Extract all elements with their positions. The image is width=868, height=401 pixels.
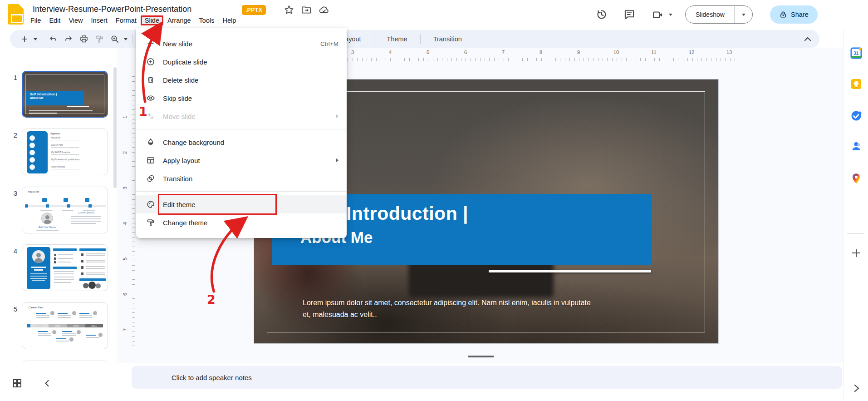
menu-divider	[136, 191, 347, 192]
menu-item-delete-slide[interactable]: Delete slide	[136, 71, 347, 89]
cloud-status-icon[interactable]	[319, 5, 329, 15]
slide-title-line1: Self Introduction |	[300, 203, 652, 224]
slide-drag-handle[interactable]	[468, 356, 494, 357]
google-maps-icon[interactable]	[850, 173, 862, 184]
slide-number: 5	[6, 305, 17, 313]
add-addon-icon[interactable]	[850, 247, 862, 259]
vruler-num: 2	[122, 151, 128, 154]
zoom-button[interactable]	[108, 33, 121, 45]
thumb1-title1: Self Introduction |	[30, 93, 84, 96]
submenu-arrow-icon	[336, 114, 338, 119]
tab-theme[interactable]: Theme	[376, 35, 418, 43]
slideshow-button[interactable]: Slideshow	[685, 5, 753, 24]
collapse-filmstrip-icon[interactable]	[42, 378, 53, 389]
menu-item-transition[interactable]: Transition	[136, 169, 347, 188]
hruler-num: 4	[389, 50, 392, 55]
filmstrip: 1 2 3 4 5 Self Introduction | About Me A…	[0, 48, 117, 363]
move-to-folder-icon[interactable]	[301, 5, 312, 15]
slide-number: 2	[6, 131, 17, 139]
print-button[interactable]	[78, 33, 90, 45]
menu-item-edit-theme[interactable]: Edit theme	[136, 195, 347, 213]
meet-caret-icon[interactable]	[669, 14, 672, 16]
thumb3-name: Edit Your Name	[31, 226, 63, 228]
title-underline	[489, 270, 651, 272]
thumbnail-slide-4[interactable]	[22, 244, 108, 291]
hruler-num: 11	[651, 50, 656, 55]
expand-right-icon[interactable]	[850, 382, 862, 394]
undo-button[interactable]	[47, 33, 59, 45]
document-title[interactable]: Interview-Resume-PowerPoint-Presentation	[33, 5, 191, 14]
transition-circles-icon	[146, 174, 155, 183]
palette-icon	[146, 200, 155, 209]
thumb2-item: Achievements	[51, 165, 65, 168]
star-icon[interactable]	[284, 5, 294, 15]
menu-slide[interactable]: Slide	[141, 15, 163, 25]
menu-item-move-slide[interactable]: Move slide	[136, 107, 347, 125]
menu-view[interactable]: View	[64, 15, 87, 25]
slideshow-caret[interactable]	[735, 6, 752, 23]
menu-tools[interactable]: Tools	[195, 15, 219, 25]
side-panel-rail: 31	[843, 28, 868, 401]
thumbnail-slide-2[interactable]: Agenda About Me Career Path My SWOT Anal…	[22, 129, 108, 175]
collapse-toolbar-icon[interactable]	[802, 34, 813, 45]
layout-icon	[146, 156, 155, 165]
google-contacts-icon[interactable]	[850, 140, 862, 152]
google-tasks-icon[interactable]	[850, 110, 862, 122]
slideshow-label: Slideshow	[686, 6, 735, 23]
thumb2-item: About Me	[51, 136, 60, 139]
filmstrip-scrollbar[interactable]	[113, 67, 117, 188]
thumbnail-slide-6[interactable]	[22, 361, 108, 363]
thumb1-title2: About Me	[30, 96, 84, 99]
google-keep-icon[interactable]	[850, 78, 862, 90]
redo-button[interactable]	[62, 33, 75, 45]
shortcut-label: Ctrl+M	[320, 40, 338, 47]
paint-format-button[interactable]	[93, 33, 106, 45]
menu-file[interactable]: File	[26, 15, 45, 25]
version-history-icon[interactable]	[596, 9, 608, 20]
google-calendar-icon[interactable]: 31	[850, 47, 862, 59]
menu-item-change-theme[interactable]: Change theme	[136, 213, 347, 232]
menu-item-duplicate-slide[interactable]: Duplicate slide	[136, 53, 347, 71]
comments-icon[interactable]	[623, 9, 635, 20]
slide-title-line2: About Me	[300, 228, 652, 247]
thumb3-lorem-title: Lorem Ipsum	[70, 211, 103, 214]
thumbnail-slide-1[interactable]: Self Introduction | About Me	[22, 71, 108, 118]
menubar: File Edit View Insert Format Slide Arran…	[26, 15, 240, 25]
vruler-num: 5	[122, 257, 128, 260]
menu-arrange[interactable]: Arrange	[163, 15, 195, 25]
new-slide-button[interactable]	[18, 33, 31, 45]
menu-edit[interactable]: Edit	[45, 15, 64, 25]
thumb5-year: 2020	[67, 324, 85, 327]
slide-menu-dropdown: New slide Ctrl+M Duplicate slide Delete …	[136, 28, 347, 238]
menu-item-new-slide[interactable]: New slide Ctrl+M	[136, 35, 347, 53]
speaker-notes-input[interactable]: Click to add speaker notes	[132, 366, 842, 389]
slide-body-text[interactable]: Lorem ipsum dolor sit amet, consectetur …	[303, 297, 593, 321]
slide-number: 1	[6, 74, 17, 81]
hruler-num: 3	[351, 50, 354, 55]
toolbar: Layout Theme Transition	[10, 30, 819, 48]
hruler-num: 6	[464, 50, 467, 55]
thumbnail-slide-3[interactable]: About Me Edit Your Name Lorem Ipsum	[22, 187, 108, 233]
menu-item-change-background[interactable]: Change background	[136, 133, 347, 151]
menu-item-skip-slide[interactable]: Skip slide	[136, 89, 347, 107]
new-slide-caret-icon[interactable]	[34, 38, 37, 40]
meet-camera-icon[interactable]	[652, 9, 664, 21]
menu-item-apply-layout[interactable]: Apply layout	[136, 151, 347, 169]
menu-insert[interactable]: Insert	[87, 15, 112, 25]
zoom-caret-icon[interactable]	[124, 38, 128, 40]
tab-transition[interactable]: Transition	[422, 35, 473, 43]
duplicate-icon	[146, 57, 155, 66]
vruler-num: 3	[122, 187, 128, 189]
menu-format[interactable]: Format	[112, 15, 141, 25]
share-button[interactable]: Share	[770, 5, 818, 24]
grid-view-icon[interactable]	[12, 378, 23, 389]
vruler-num: 7	[122, 328, 128, 331]
thumbnail-slide-5[interactable]: Career Path 2018 2019 2020 2021 .thumb […	[22, 302, 108, 349]
menu-help[interactable]: Help	[218, 15, 240, 25]
speaker-notes-placeholder: Click to add speaker notes	[172, 374, 252, 381]
lock-icon	[779, 10, 787, 19]
slide-number: 4	[6, 247, 17, 255]
vruler-num: 6	[122, 293, 128, 296]
thumb5-year: 2018	[30, 324, 49, 327]
vruler-num: 4	[122, 222, 128, 225]
